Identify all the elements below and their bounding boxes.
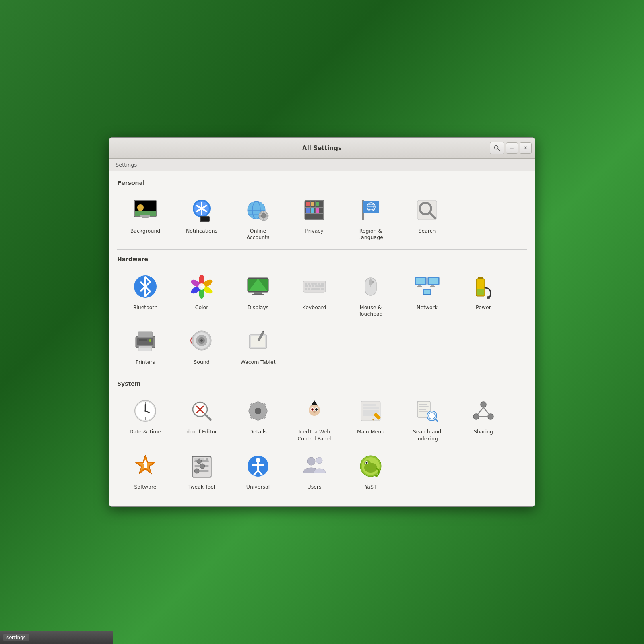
setting-software[interactable]: Software [117, 447, 173, 495]
setting-privacy[interactable]: Privacy [286, 191, 343, 246]
svg-rect-6 [140, 215, 150, 217]
power-label: Power [476, 304, 491, 311]
setting-yast[interactable]: YaST [343, 447, 399, 495]
setting-region-language[interactable]: Region &Language [343, 191, 399, 246]
svg-rect-141 [248, 410, 252, 412]
svg-rect-75 [309, 285, 311, 287]
svg-rect-7 [142, 217, 149, 218]
sound-label: Sound [194, 359, 209, 365]
svg-point-185 [200, 464, 205, 469]
printers-icon [131, 327, 160, 356]
svg-rect-40 [316, 202, 319, 206]
svg-rect-166 [419, 411, 428, 412]
setting-displays[interactable]: Displays [230, 267, 286, 322]
mainmenu-icon [356, 396, 385, 425]
users-icon [300, 452, 329, 481]
svg-point-138 [255, 408, 261, 414]
svg-rect-159 [363, 413, 374, 416]
svg-line-174 [483, 407, 489, 414]
svg-rect-38 [306, 202, 310, 206]
setting-search-indexing[interactable]: Search andIndexing [399, 392, 455, 447]
setting-search[interactable]: Search [399, 191, 455, 246]
setting-color[interactable]: Color [173, 267, 230, 322]
svg-rect-82 [321, 288, 324, 290]
svg-rect-22 [263, 211, 264, 213]
setting-background[interactable]: Background [117, 191, 173, 246]
setting-tweak[interactable]: Tweak Tool [173, 447, 230, 495]
svg-point-61 [198, 283, 205, 290]
setting-users[interactable]: Users [286, 447, 343, 495]
svg-point-151 [312, 409, 313, 410]
universal-icon [244, 452, 272, 481]
setting-datetime[interactable]: Date & Time [117, 392, 173, 447]
search-button[interactable] [490, 142, 504, 154]
svg-rect-90 [417, 286, 422, 287]
svg-rect-80 [308, 288, 310, 290]
svg-rect-179 [144, 464, 147, 468]
notifications-label: Notifications [186, 228, 217, 234]
taskbar-settings[interactable]: settings [3, 634, 29, 641]
svg-rect-14 [201, 217, 209, 221]
svg-rect-79 [305, 288, 307, 290]
svg-rect-93 [431, 285, 434, 286]
svg-rect-66 [252, 294, 264, 295]
keyboard-icon [300, 272, 329, 301]
icedtea-icon [300, 396, 329, 425]
svg-point-117 [200, 339, 203, 342]
color-label: Color [195, 304, 208, 311]
setting-mouse[interactable]: Mouse &Touchpad [343, 267, 399, 322]
setting-sound[interactable]: Sound [173, 322, 230, 370]
keyboard-label: Keyboard [303, 304, 326, 311]
svg-rect-163 [419, 404, 427, 405]
svg-rect-119 [251, 336, 265, 347]
svg-point-111 [149, 339, 151, 342]
setting-network[interactable]: Network [399, 267, 455, 322]
setting-icedtea[interactable]: IcedTea-WebControl Panel [286, 392, 343, 447]
svg-rect-188 [194, 458, 198, 460]
color-icon [187, 272, 216, 301]
datetime-icon [131, 396, 160, 425]
svg-point-148 [309, 405, 320, 416]
wacom-label: Wacom Tablet [240, 359, 275, 365]
svg-line-169 [435, 419, 438, 421]
setting-keyboard[interactable]: Keyboard [286, 267, 343, 322]
svg-rect-65 [254, 292, 262, 294]
sharing-label: Sharing [474, 429, 493, 435]
setting-details[interactable]: Details [230, 392, 286, 447]
svg-rect-157 [363, 407, 379, 409]
bluetooth-icon [131, 272, 160, 301]
svg-rect-100 [478, 277, 483, 279]
power-icon [469, 272, 498, 301]
svg-point-168 [429, 413, 435, 419]
hardware-grid: Bluetooth Color [117, 267, 527, 371]
setting-universal[interactable]: Universal [230, 447, 286, 495]
details-label: Details [249, 429, 266, 435]
svg-point-86 [372, 281, 374, 283]
search-indexing-icon [413, 396, 442, 425]
icedtea-label: IcedTea-WebControl Panel [298, 429, 331, 442]
svg-rect-158 [363, 410, 379, 413]
divider-personal-hardware [117, 249, 527, 250]
setting-printers[interactable]: Printers [117, 322, 173, 370]
section-personal-label: Personal [117, 180, 527, 186]
svg-rect-24 [259, 215, 261, 217]
svg-point-171 [473, 414, 479, 419]
minimize-button[interactable]: − [506, 142, 518, 154]
setting-sharing[interactable]: Sharing [455, 392, 512, 447]
svg-rect-25 [266, 215, 268, 217]
setting-online-accounts[interactable]: OnlineAccounts [230, 191, 286, 246]
setting-notifications[interactable]: Notifications [173, 191, 230, 246]
yast-label: YaST [365, 484, 376, 490]
svg-rect-69 [308, 283, 310, 285]
setting-dconf[interactable]: dconf Editor [173, 392, 230, 447]
users-label: Users [307, 484, 321, 490]
svg-rect-76 [312, 285, 314, 287]
svg-rect-109 [140, 347, 151, 348]
setting-wacom[interactable]: Wacom Tablet [230, 322, 286, 370]
setting-power[interactable]: Power [455, 267, 512, 322]
setting-mainmenu[interactable]: Main Menu [343, 392, 399, 447]
close-button[interactable]: ✕ [520, 142, 532, 154]
svg-rect-97 [424, 290, 430, 294]
setting-bluetooth[interactable]: Bluetooth [117, 267, 173, 322]
dconf-label: dconf Editor [186, 429, 217, 435]
